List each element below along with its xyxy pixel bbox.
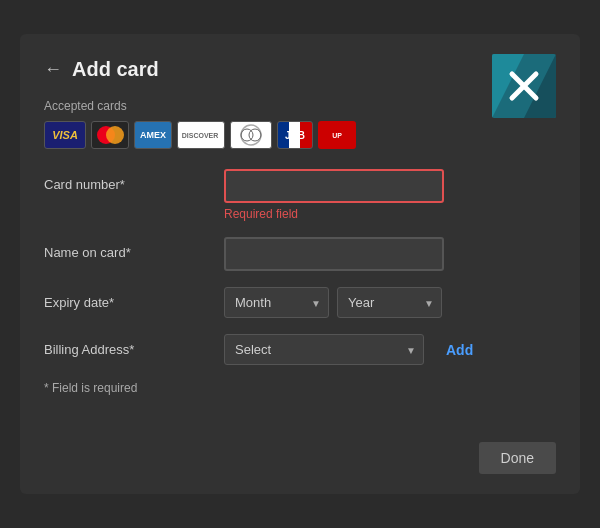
expiry-date-row: Expiry date* Month 010203 040506 070809 … [44,287,556,318]
jcb-logo: JCB [277,121,313,149]
required-field-message: Required field [224,207,556,221]
dialog-header: ← Add card [44,58,556,81]
name-on-card-label: Name on card* [44,237,224,260]
svg-point-2 [241,125,261,145]
billing-address-area: Select ▼ Add [224,334,485,365]
amex-logo: AMEX [134,121,172,149]
mastercard-logo [91,121,129,149]
year-select[interactable]: Year 202420252026 202720282029 203020312… [337,287,442,318]
billing-select-wrapper: Select ▼ [224,334,424,365]
required-note: * Field is required [44,381,556,395]
card-number-input[interactable] [224,169,444,203]
month-select-wrapper: Month 010203 040506 070809 101112 ▼ [224,287,329,318]
name-on-card-area [224,237,556,271]
accepted-cards-label: Accepted cards [44,99,556,113]
diners-logo [230,121,272,149]
back-button[interactable]: ← [44,59,62,80]
unionpay-logo: UP [318,121,356,149]
card-number-label: Card number* [44,169,224,192]
card-logos-container: VISA AMEX DISCOVER JCB UP [44,121,556,149]
visa-logo: VISA [44,121,86,149]
page-title: Add card [72,58,159,81]
expiry-date-label: Expiry date* [44,287,224,310]
add-card-dialog: ← Add card Accepted cards VISA AMEX DISC… [20,34,580,494]
name-on-card-input[interactable] [224,237,444,271]
billing-address-row: Billing Address* Select ▼ Add [44,334,556,365]
billing-address-label: Billing Address* [44,334,224,357]
discover-logo: DISCOVER [177,121,225,149]
done-button[interactable]: Done [479,442,556,474]
card-number-row: Card number* Required field [44,169,556,221]
billing-address-select[interactable]: Select [224,334,424,365]
year-select-wrapper: Year 202420252026 202720282029 203020312… [337,287,442,318]
name-on-card-row: Name on card* [44,237,556,271]
add-address-button[interactable]: Add [434,336,485,364]
brand-logo [492,54,556,118]
expiry-date-area: Month 010203 040506 070809 101112 ▼ Year… [224,287,442,318]
card-number-area: Required field [224,169,556,221]
month-select[interactable]: Month 010203 040506 070809 101112 [224,287,329,318]
svg-point-4 [249,129,261,141]
